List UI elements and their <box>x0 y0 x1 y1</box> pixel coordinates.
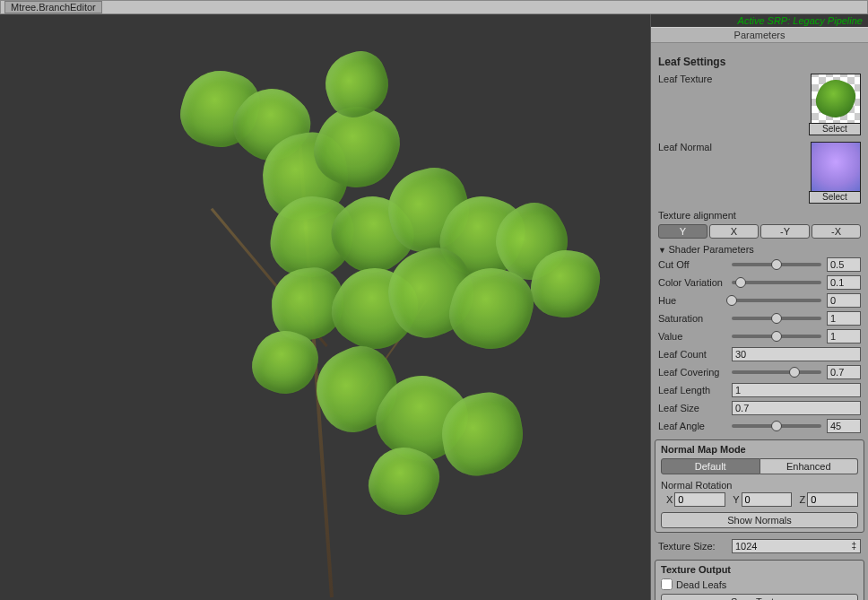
slider-thumb[interactable] <box>726 295 737 306</box>
leaf-count-field[interactable]: 30 <box>732 347 861 361</box>
hue-label: Hue <box>658 295 732 306</box>
leaf-covering-value[interactable]: 0.7 <box>827 365 861 379</box>
leaf-covering-label: Leaf Covering <box>658 367 732 378</box>
normal-map-section: Normal Map Mode Default Enhanced Normal … <box>655 439 864 533</box>
slider-thumb[interactable] <box>771 331 782 342</box>
saturation-slider[interactable] <box>732 317 821 320</box>
color-variation-label: Color Variation <box>658 277 732 288</box>
leaf-length-label: Leaf Length <box>658 385 732 396</box>
title-bar: Mtree.BranchEditor <box>0 0 868 14</box>
rotation-z-label: Z <box>799 494 805 505</box>
saturation-value[interactable]: 1 <box>827 311 861 326</box>
inspector-panel: Active SRP: Legacy Pipeline Parameters L… <box>650 14 868 600</box>
color-variation-value[interactable]: 0.1 <box>827 275 861 290</box>
slider-thumb[interactable] <box>771 421 782 431</box>
dead-leafs-label: Dead Leafs <box>676 579 726 590</box>
shader-parameters-foldout[interactable]: Shader Parameters <box>658 244 861 255</box>
alignment-x-button[interactable]: X <box>709 224 759 239</box>
rotation-x-label: X <box>666 494 673 505</box>
value-label: Value <box>658 331 732 342</box>
show-normals-button[interactable]: Show Normals <box>661 512 858 528</box>
leaf-covering-slider[interactable] <box>732 370 821 374</box>
texture-size-dropdown[interactable]: 1024 <box>732 539 861 553</box>
texture-size-label: Texture Size: <box>658 541 732 552</box>
texture-output-section: Texture Output Dead Leafs Save Texture <box>655 560 864 600</box>
leaf-texture-label: Leaf Texture <box>658 74 732 124</box>
parameters-scroll[interactable]: Leaf Settings Leaf Texture Select Leaf N… <box>651 43 868 600</box>
rotation-y-label: Y <box>733 494 739 505</box>
leaf-normal-label: Leaf Normal <box>658 142 732 192</box>
rotation-x-field[interactable] <box>674 492 725 507</box>
texture-output-heading: Texture Output <box>661 564 858 575</box>
alignment-minus-y-button[interactable]: -Y <box>760 224 810 239</box>
leaf-settings-heading: Leaf Settings <box>658 56 861 68</box>
slider-thumb[interactable] <box>789 367 800 378</box>
window-tab[interactable]: Mtree.BranchEditor <box>4 1 102 13</box>
leaf-size-field[interactable]: 0.7 <box>732 401 861 415</box>
save-texture-button[interactable]: Save Texture <box>661 594 858 600</box>
leaf-normal-slot[interactable]: Select <box>811 142 861 192</box>
normal-map-heading: Normal Map Mode <box>661 444 858 455</box>
leaf-angle-value[interactable]: 45 <box>827 419 861 433</box>
rotation-z-field[interactable] <box>807 492 858 507</box>
value-value[interactable]: 1 <box>827 329 861 343</box>
normal-rotation-label: Normal Rotation <box>661 480 858 491</box>
dead-leafs-checkbox[interactable] <box>661 578 673 590</box>
slider-thumb[interactable] <box>771 259 782 270</box>
branch-preview-viewport[interactable] <box>3 17 650 597</box>
slider-thumb[interactable] <box>735 277 746 288</box>
texture-alignment-label: Texture alignment <box>658 210 861 221</box>
leaf-length-field[interactable]: 1 <box>732 383 861 397</box>
leaf-texture-slot[interactable]: Select <box>811 74 861 124</box>
leaf-angle-label: Leaf Angle <box>658 421 732 431</box>
hue-value[interactable]: 0 <box>827 293 861 308</box>
leaf-angle-slider[interactable] <box>732 424 821 428</box>
leaf-preview <box>317 44 397 125</box>
texture-alignment-group: Y X -Y -X <box>658 224 861 239</box>
hue-slider[interactable] <box>732 299 821 302</box>
value-slider[interactable] <box>732 335 821 338</box>
parameters-header: Parameters <box>651 27 868 43</box>
normal-enhanced-button[interactable]: Enhanced <box>760 458 859 474</box>
select-leaf-texture-button[interactable]: Select <box>809 123 861 135</box>
normal-default-button[interactable]: Default <box>661 458 760 474</box>
rotation-y-field[interactable] <box>742 492 793 507</box>
color-variation-slider[interactable] <box>732 281 821 284</box>
srp-status: Active SRP: Legacy Pipeline <box>651 14 868 27</box>
slider-thumb[interactable] <box>771 313 782 324</box>
alignment-minus-x-button[interactable]: -X <box>812 224 861 239</box>
leaf-count-label: Leaf Count <box>658 349 732 360</box>
select-leaf-normal-button[interactable]: Select <box>809 191 861 204</box>
leaf-size-label: Leaf Size <box>658 403 732 413</box>
normal-map-mode-toggle: Default Enhanced <box>661 458 858 474</box>
cutoff-value[interactable]: 0.5 <box>827 257 861 272</box>
saturation-label: Saturation <box>658 313 732 324</box>
cutoff-label: Cut Off <box>658 259 732 270</box>
alignment-y-button[interactable]: Y <box>658 224 707 239</box>
cutoff-slider[interactable] <box>732 263 821 266</box>
